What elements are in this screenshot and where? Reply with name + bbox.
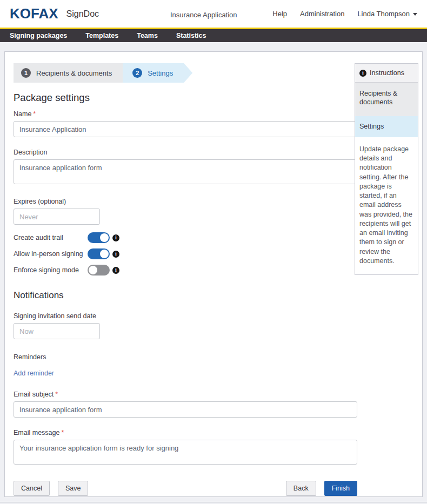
user-name: Linda Thompson — [357, 10, 410, 18]
info-icon — [359, 70, 366, 77]
info-icon[interactable] — [112, 234, 119, 241]
toggle-knob — [100, 233, 109, 242]
enforce-signing-mode-row: Enforce signing mode — [14, 264, 357, 276]
required-asterisk: * — [33, 110, 36, 118]
add-reminder-link[interactable]: Add reminder — [14, 369, 54, 377]
instructions-title: Instructions — [370, 69, 404, 77]
app-header: KOFAX SignDoc Insurance Application Help… — [0, 0, 427, 29]
in-person-signing-label: Allow in-person signing — [14, 250, 88, 258]
info-icon[interactable] — [112, 251, 119, 258]
email-message-input[interactable]: Your insurance application form is ready… — [14, 440, 357, 465]
instructions-sidebar: Instructions Recipients & documents Sett… — [355, 63, 418, 275]
step-2-badge: 2 — [132, 68, 142, 78]
name-label: Name* — [14, 110, 357, 118]
page-title: Package settings — [14, 92, 357, 104]
nav-templates[interactable]: Templates — [85, 32, 118, 39]
footer-buttons: Cancel Save Back Finish — [14, 481, 357, 496]
administration-link[interactable]: Administration — [300, 10, 344, 18]
instructions-header: Instructions — [355, 64, 418, 83]
app-name: SignDoc — [66, 9, 99, 19]
step-2-label: Settings — [148, 69, 173, 77]
send-date-label: Signing invitation send date — [14, 312, 357, 320]
nav-teams[interactable]: Teams — [137, 32, 158, 39]
in-person-signing-toggle[interactable] — [88, 248, 110, 259]
user-menu[interactable]: Linda Thompson — [357, 10, 417, 18]
package-title-breadcrumb: Insurance Application — [170, 11, 237, 19]
wizard-steps: 1 Recipients & documents 2 Settings — [14, 63, 357, 83]
email-subject-label: Email subject* — [14, 391, 357, 398]
toggle-knob — [100, 250, 109, 258]
in-person-signing-row: Allow in-person signing — [14, 248, 357, 260]
nav-statistics[interactable]: Statistics — [176, 32, 206, 39]
email-subject-input[interactable] — [14, 401, 357, 418]
toggle-knob — [89, 266, 97, 274]
required-asterisk: * — [61, 429, 64, 436]
send-date-input[interactable] — [14, 323, 100, 339]
description-input[interactable]: Insurance application form — [14, 159, 357, 184]
cancel-button[interactable]: Cancel — [14, 481, 50, 496]
expires-label: Expires (optional) — [14, 198, 357, 205]
nav-signing-packages[interactable]: Signing packages — [10, 32, 67, 39]
enforce-signing-mode-label: Enforce signing mode — [14, 266, 88, 274]
caret-down-icon — [413, 13, 417, 16]
expires-input[interactable] — [14, 209, 100, 225]
back-button[interactable]: Back — [286, 481, 316, 496]
notifications-title: Notifications — [14, 290, 357, 301]
help-link[interactable]: Help — [272, 10, 287, 18]
required-asterisk: * — [55, 391, 58, 398]
info-icon[interactable] — [112, 267, 119, 274]
description-label: Description — [14, 149, 357, 156]
sidebar-item-settings[interactable]: Settings — [355, 116, 418, 137]
audit-trail-row: Create audit trail — [14, 232, 357, 244]
window-edge — [0, 502, 427, 502]
step-1-label: Recipients & documents — [36, 69, 112, 77]
reminders-label: Reminders — [14, 353, 357, 361]
enforce-signing-mode-toggle[interactable] — [88, 265, 110, 275]
finish-button[interactable]: Finish — [324, 481, 357, 496]
audit-trail-label: Create audit trail — [14, 234, 88, 241]
sidebar-item-recipients-documents[interactable]: Recipients & documents — [355, 83, 418, 116]
email-message-label: Email message* — [14, 429, 357, 436]
content-card: 1 Recipients & documents 2 Settings Pack… — [4, 51, 423, 497]
step-1-badge: 1 — [21, 68, 31, 78]
save-button[interactable]: Save — [58, 481, 89, 496]
name-input[interactable] — [14, 121, 357, 137]
audit-trail-toggle[interactable] — [88, 232, 110, 243]
main-nav: Signing packages Templates Teams Statist… — [0, 29, 427, 42]
instructions-body: Update package details and notification … — [355, 137, 418, 274]
kofax-logo: KOFAX — [10, 5, 58, 22]
wizard-step-settings[interactable]: 2 Settings — [123, 63, 192, 83]
wizard-step-recipients[interactable]: 1 Recipients & documents — [14, 63, 123, 83]
